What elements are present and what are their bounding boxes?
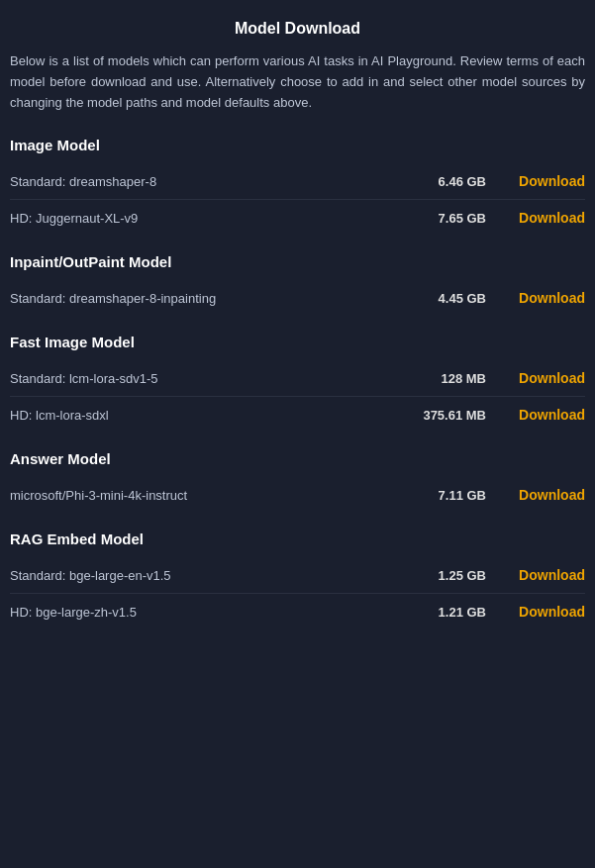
download-button-image-model-0[interactable]: Download — [496, 173, 585, 189]
model-size: 375.61 MB — [387, 408, 486, 423]
page-description: Below is a list of models which can perf… — [10, 51, 585, 113]
model-size: 4.45 GB — [387, 291, 486, 306]
model-size: 1.25 GB — [387, 568, 486, 583]
section-header-answer-model: Answer Model — [10, 450, 585, 467]
model-name: HD: Juggernaut-XL-v9 — [10, 211, 387, 226]
table-row: HD: Juggernaut-XL-v97.65 GBDownload — [10, 200, 585, 236]
table-row: HD: bge-large-zh-v1.51.21 GBDownload — [10, 594, 585, 629]
section-header-inpaint-model: Inpaint/OutPaint Model — [10, 253, 585, 270]
model-name: Standard: bge-large-en-v1.5 — [10, 568, 387, 583]
section-inpaint-model: Inpaint/OutPaint ModelStandard: dreamsha… — [10, 253, 585, 316]
model-name: microsoft/Phi-3-mini-4k-instruct — [10, 488, 387, 503]
table-row: Standard: dreamshaper-8-inpainting4.45 G… — [10, 280, 585, 316]
section-answer-model: Answer Modelmicrosoft/Phi-3-mini-4k-inst… — [10, 450, 585, 513]
download-button-answer-model-0[interactable]: Download — [496, 487, 585, 503]
section-header-rag-embed-model: RAG Embed Model — [10, 530, 585, 547]
download-button-fast-image-model-1[interactable]: Download — [496, 407, 585, 423]
table-row: Standard: dreamshaper-86.46 GBDownload — [10, 163, 585, 200]
download-button-image-model-1[interactable]: Download — [496, 210, 585, 226]
model-name: Standard: dreamshaper-8 — [10, 174, 387, 189]
page-title: Model Download — [10, 20, 585, 38]
section-image-model: Image ModelStandard: dreamshaper-86.46 G… — [10, 137, 585, 236]
model-size: 128 MB — [387, 371, 486, 386]
table-row: Standard: lcm-lora-sdv1-5128 MBDownload — [10, 360, 585, 397]
model-size: 7.65 GB — [387, 211, 486, 226]
table-row: HD: lcm-lora-sdxl375.61 MBDownload — [10, 397, 585, 433]
table-row: Standard: bge-large-en-v1.51.25 GBDownlo… — [10, 557, 585, 594]
download-button-fast-image-model-0[interactable]: Download — [496, 370, 585, 386]
model-size: 6.46 GB — [387, 174, 486, 189]
download-button-rag-embed-model-1[interactable]: Download — [496, 604, 585, 620]
model-size: 1.21 GB — [387, 605, 486, 620]
download-button-rag-embed-model-0[interactable]: Download — [496, 567, 585, 583]
section-fast-image-model: Fast Image ModelStandard: lcm-lora-sdv1-… — [10, 334, 585, 433]
model-name: Standard: dreamshaper-8-inpainting — [10, 291, 387, 306]
model-name: Standard: lcm-lora-sdv1-5 — [10, 371, 387, 386]
table-row: microsoft/Phi-3-mini-4k-instruct7.11 GBD… — [10, 477, 585, 513]
section-header-image-model: Image Model — [10, 137, 585, 153]
model-name: HD: bge-large-zh-v1.5 — [10, 605, 387, 620]
download-button-inpaint-model-0[interactable]: Download — [496, 290, 585, 306]
model-name: HD: lcm-lora-sdxl — [10, 408, 387, 423]
section-header-fast-image-model: Fast Image Model — [10, 334, 585, 350]
model-size: 7.11 GB — [387, 488, 486, 503]
section-rag-embed-model: RAG Embed ModelStandard: bge-large-en-v1… — [10, 530, 585, 629]
